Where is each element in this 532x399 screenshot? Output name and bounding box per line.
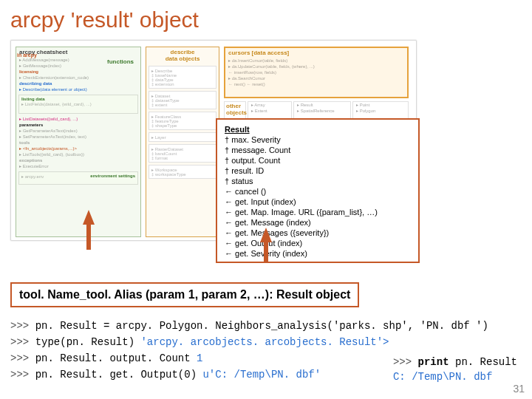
env-box: ▸ arcpy.env environment settings bbox=[18, 171, 138, 185]
cursors-box: cursors [data access] ▸ da.InsertCursor(… bbox=[224, 47, 409, 98]
result-line: ← get. Map. Image. URL ({param_list}, …) bbox=[225, 207, 411, 217]
code-example: >>> pn. Result = arcpy. Polygon. Neighbo… bbox=[10, 318, 522, 383]
result-line: ← get. Severity (index) bbox=[225, 248, 411, 259]
cheatsheet-col-describe: describedata objects ▸ Describe‡ baseNam… bbox=[146, 47, 219, 237]
print-example: >>> print pn. Result C: /Temp\PN. dbf bbox=[393, 355, 517, 384]
cheatsheet-diagram: arcpy cheatsheet ▸ AddMessage(message) ▸… bbox=[10, 37, 424, 251]
result-line: ← get. Output (index) bbox=[225, 238, 411, 248]
result-header: Result bbox=[225, 124, 411, 134]
result-line: † result. ID bbox=[225, 166, 411, 176]
result-line: † max. Severity bbox=[225, 134, 411, 145]
result-line: ← cancel () bbox=[225, 186, 411, 197]
cheatsheet-col-arcpy: arcpy cheatsheet ▸ AddMessage(message) ▸… bbox=[16, 47, 141, 237]
functions-label: functions bbox=[107, 58, 134, 65]
result-line: † output. Count bbox=[225, 155, 411, 166]
result-class-callout: Result † max. Severity † message. Count … bbox=[216, 118, 420, 263]
page-title: arcpy 'result' object bbox=[10, 7, 522, 33]
result-line: † status bbox=[225, 176, 411, 186]
result-line: ← get. Message (index) bbox=[225, 217, 411, 228]
result-line: ← get. Messages ({severity}) bbox=[225, 228, 411, 238]
page-number: 31 bbox=[513, 383, 525, 395]
result-line: ← get. Input (index) bbox=[225, 197, 411, 207]
slide: arcpy 'result' object arcpy cheatsheet ▸… bbox=[0, 0, 532, 399]
result-line: † message. Count bbox=[225, 145, 411, 155]
listing-data-box: listing data ▸ ListFields(dataset, {wild… bbox=[18, 95, 138, 114]
signature-callout: tool. Name_tool. Alias (param 1, param 2… bbox=[10, 282, 359, 307]
